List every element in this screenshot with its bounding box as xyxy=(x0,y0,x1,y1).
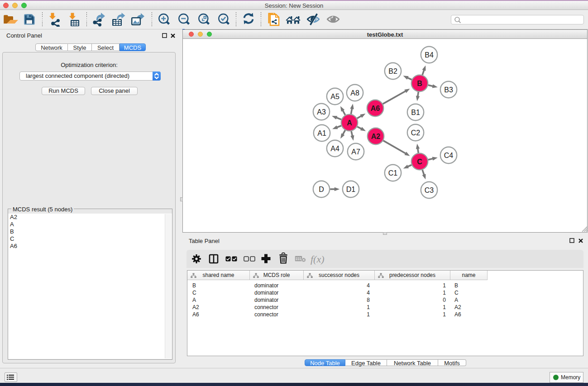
svg-text:C2: C2 xyxy=(411,129,421,137)
svg-text:A4: A4 xyxy=(330,145,339,152)
svg-text:C3: C3 xyxy=(425,186,434,194)
svg-text:B: B xyxy=(417,80,422,87)
svg-text:B1: B1 xyxy=(411,109,420,116)
svg-text:D: D xyxy=(319,186,324,193)
svg-text:B3: B3 xyxy=(444,86,453,94)
svg-text:A7: A7 xyxy=(351,148,360,156)
svg-text:C4: C4 xyxy=(444,152,454,159)
svg-text:A3: A3 xyxy=(317,108,326,116)
svg-text:B2: B2 xyxy=(388,67,397,75)
svg-text:A5: A5 xyxy=(330,93,339,100)
svg-text:A1: A1 xyxy=(317,129,326,137)
svg-text:A2: A2 xyxy=(371,133,381,140)
svg-text:B4: B4 xyxy=(425,51,434,59)
svg-text:A: A xyxy=(347,119,352,127)
svg-text:A6: A6 xyxy=(371,105,380,112)
svg-text:C1: C1 xyxy=(388,169,398,177)
svg-text:C: C xyxy=(417,158,422,166)
svg-text:A8: A8 xyxy=(350,89,359,97)
svg-text:D1: D1 xyxy=(346,186,356,193)
